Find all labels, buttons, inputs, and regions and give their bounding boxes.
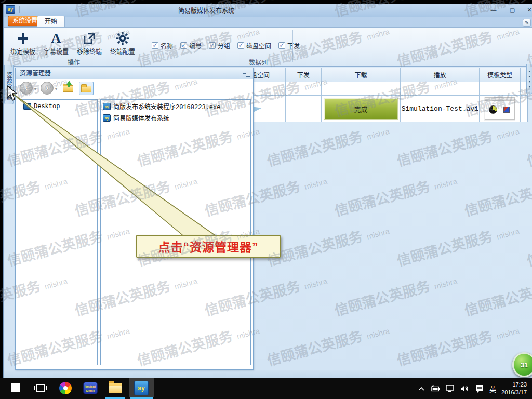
dispatch-cell [286,96,322,122]
recording-timer-badge: 31 [512,352,532,377]
column-header-play[interactable]: 播放 [401,68,480,82]
play-cell: Simulation-Test.avi [401,96,480,122]
file-name: 简易版媒体发布系统 [113,113,169,123]
folder-icon [81,86,91,92]
taskbar-clock[interactable]: 17:23 2016/3/17 [501,381,530,396]
resource-manager-header[interactable]: 资源管理器 [16,68,253,79]
back-button[interactable]: ‹ [20,82,33,95]
subtitle-settings-button[interactable]: A 字幕设置 [41,31,71,58]
clock-date: 2016/3/17 [501,389,527,395]
status-bar [4,370,532,378]
checkbox-checked-icon: ✓ [237,42,244,49]
windows-logo-icon [11,383,20,392]
quick-access-separator [19,6,20,13]
download-progress-bar: 完成 [324,98,398,120]
template-image-icon [503,107,510,113]
window-title: 简易版媒体发布系统 [149,6,263,15]
table-row[interactable]: 完成 Simulation-Test.avi [229,96,527,122]
title-bar: sy 简易版媒体发布系统 — ▢ ✕ [4,4,532,17]
notification-icon[interactable] [475,384,484,393]
file-list-pane[interactable]: sy 简版发布系统安装程序20160223.exe sy 简易版媒体发布系统 [100,99,251,365]
column-header-download[interactable]: 下载 [322,68,401,82]
font-icon: A [51,32,61,45]
column-header-template-type[interactable]: 模板类型 [480,68,521,82]
tab-start[interactable]: 开始 [37,16,65,27]
checkbox-group[interactable]: ✓ 分组 [209,41,230,50]
sy-file-icon: sy [103,103,111,110]
file-explorer-button[interactable] [104,378,127,397]
list-item[interactable]: sy 简易版媒体发布系统 [101,111,250,123]
template-type-cell [480,96,521,122]
forward-button[interactable]: › [41,82,54,95]
explorer-toolbar: ‹ ▾ › ▾ [16,79,253,98]
sy-app-icon: sy [134,381,149,395]
remove-terminal-icon [83,32,96,45]
right-collapsed-panel-tab[interactable]: ▪▪▪▪ [526,64,532,94]
start-button[interactable] [4,378,27,397]
filter-cell[interactable] [322,82,401,96]
template-thumbnail-split [500,101,500,119]
checkbox-disk-space-label: 磁盘空间 [246,41,271,50]
resource-manager-collapsed-tab[interactable]: 资源管理器 [4,65,14,104]
terminal-table: 磁盘空间 下发 下载 播放 模板类型 完成 [229,68,528,122]
close-button[interactable]: ✕ [523,6,532,14]
checkbox-number[interactable]: ✓ 编号 [180,41,202,50]
minimize-button[interactable]: — [487,6,500,14]
back-dropdown-icon[interactable]: ▾ [34,87,36,91]
checkbox-name[interactable]: ✓ 名称 [152,41,173,50]
clock-time: 17:23 [512,381,527,388]
pinwheel-app-button[interactable] [54,378,77,397]
checkbox-name-label: 名称 [161,41,173,50]
tray-expand-icon[interactable] [417,384,426,393]
instant-demo-icon: Instant Demo [83,382,98,394]
up-folder-button[interactable] [61,82,76,95]
pin-icon[interactable] [243,71,250,76]
forward-dropdown-icon[interactable]: ▾ [55,87,57,91]
battery-icon[interactable] [431,384,441,393]
instant-demo-button[interactable]: Instant Demo [79,378,102,397]
table-filter-row [229,82,527,96]
send-pointer-icon [252,105,262,112]
checkbox-disk-space[interactable]: ✓ 磁盘空间 [237,41,271,50]
bind-template-label: 绑定模板 [8,47,38,56]
terminal-config-button[interactable]: 终端配置 [108,31,138,58]
checkbox-checked-icon: ✓ [209,42,216,49]
filter-cell[interactable] [401,82,480,96]
tree-item-label: Desktop [34,103,60,110]
group-label-data-columns: 数据列 [240,58,276,66]
ribbon: 绑定模板 A 字幕设置 移除终端 [4,27,532,66]
ime-indicator[interactable]: 英 [489,384,496,394]
sy-app-button[interactable]: sy [129,378,154,397]
tree-item-desktop[interactable]: Desktop [20,100,97,110]
bind-template-button[interactable]: 绑定模板 [8,31,38,58]
volume-icon[interactable] [460,384,470,393]
app-window: sy 简易版媒体发布系统 — ▢ ✕ ✎ 系统设置 开始 绑定模板 A 字幕设置 [3,4,532,378]
filter-cell[interactable] [286,82,322,96]
column-header-dispatch[interactable]: 下发 [286,68,322,82]
download-cell: 完成 [322,96,401,122]
file-explorer-icon [109,383,122,393]
playing-file-name: Simulation-Test.avi [402,105,478,113]
network-icon[interactable] [446,384,455,393]
checkbox-group-label: 分组 [218,41,230,50]
filter-cell[interactable] [480,82,521,96]
group-separator [292,30,293,62]
gear-icon [116,32,129,45]
template-media-icon [489,105,497,114]
remove-terminal-label: 移除终端 [74,47,104,56]
group-separator [145,30,145,62]
open-folder-button[interactable] [79,82,94,95]
callout: 点击“资源管理器” [136,235,281,258]
task-view-button[interactable] [29,378,52,397]
checkbox-number-label: 编号 [189,41,202,50]
folder-tree-pane[interactable]: Desktop [20,99,98,365]
checkbox-dispatch[interactable]: ✓ 下发 [278,41,300,50]
desktop-icon [23,103,31,110]
list-item[interactable]: sy 简版发布系统安装程序20160223.exe [101,100,250,111]
maximize-button[interactable]: ▢ [506,6,519,14]
ribbon-options-button[interactable]: ✎ [523,19,531,27]
app-icon: sy [6,5,15,14]
group-label-operation: 操作 [56,58,92,66]
remove-terminal-button[interactable]: 移除终端 [74,31,104,58]
file-name: 简版发布系统安装程序20160223.exe [113,102,220,111]
